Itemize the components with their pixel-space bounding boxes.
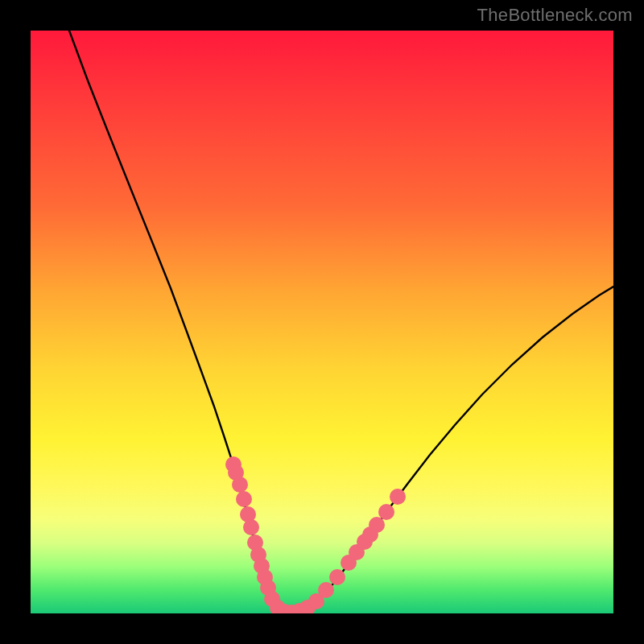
attribution-watermark: TheBottleneck.com [477, 5, 633, 26]
curve-markers [225, 456, 406, 613]
plot-area [31, 31, 613, 613]
curve-marker [378, 504, 394, 520]
chart-frame: TheBottleneck.com [0, 0, 644, 644]
curve-marker [369, 517, 385, 533]
curve-marker [318, 582, 334, 598]
curve-marker [243, 519, 259, 535]
curve-marker [232, 477, 248, 493]
curve-marker [329, 569, 345, 585]
bottleneck-chart-svg [31, 31, 613, 613]
curve-marker [390, 489, 406, 505]
bottleneck-curve [69, 31, 613, 613]
curve-marker [236, 491, 252, 507]
